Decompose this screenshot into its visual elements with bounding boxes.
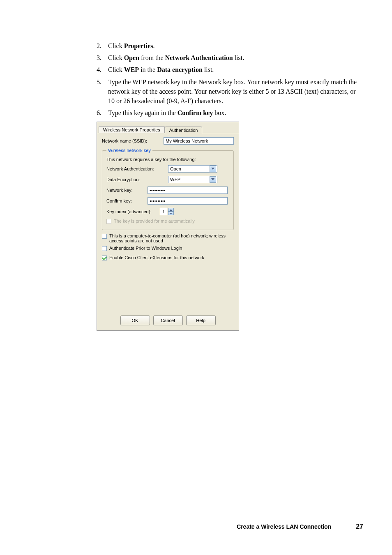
svg-marker-3	[170, 213, 172, 214]
auth-select-value: Open	[170, 166, 181, 171]
step-number: 4.	[97, 65, 101, 74]
ok-button[interactable]: OK	[120, 315, 150, 325]
cisco-checkbox[interactable]	[102, 256, 107, 260]
prior-login-label: Authenticate Prior to Windows Login	[109, 246, 182, 251]
dialog-tabbar: Wireless Network Properties Authenticati…	[97, 122, 239, 133]
step-number: 3.	[97, 53, 101, 62]
instruction-step: 2.Click Properties.	[97, 41, 363, 51]
step-number: 5.	[97, 77, 101, 87]
tab-authentication[interactable]: Authentication	[165, 127, 203, 134]
confirm-key-row: Confirm key:	[106, 197, 229, 205]
instruction-step: 4.Click WEP in the Data encryption list.	[97, 65, 363, 74]
step-bold-term: Network Authentication	[165, 54, 233, 61]
instruction-step: 6.Type this key again in the Confirm key…	[97, 108, 363, 117]
enc-row: Data Encryption: WEP	[106, 176, 229, 183]
adhoc-checkbox[interactable]	[102, 234, 107, 239]
ssid-input[interactable]	[164, 137, 234, 145]
network-key-row: Network key:	[106, 187, 229, 194]
group-note: This network requires a key for the foll…	[106, 157, 229, 162]
adhoc-row: This is a computer-to-computer (ad hoc) …	[102, 233, 234, 243]
help-button[interactable]: Help	[186, 315, 216, 325]
step-bold-term: Data encryption	[157, 66, 203, 73]
instruction-step: 5.Type the WEP network key in the Networ…	[97, 77, 363, 106]
tab-wireless-network-properties[interactable]: Wireless Network Properties	[99, 126, 165, 133]
key-index-spinner[interactable]: 1	[160, 208, 174, 215]
key-index-row: Key index (advanced): 1	[106, 208, 229, 215]
page-footer: Create a Wireless LAN Connection 27	[237, 523, 363, 530]
cancel-button[interactable]: Cancel	[153, 315, 183, 325]
confirm-key-input[interactable]	[148, 197, 228, 205]
key-index-value: 1	[160, 208, 167, 215]
step-number: 6.	[97, 108, 101, 117]
network-key-label: Network key:	[106, 188, 148, 193]
step-bold-term: Properties	[124, 42, 153, 49]
spinner-down-icon[interactable]	[168, 212, 174, 215]
svg-marker-2	[170, 209, 172, 211]
spinner-up-icon[interactable]	[168, 208, 174, 212]
wireless-key-group: Wireless network key This network requir…	[102, 148, 234, 230]
auto-key-checkbox	[106, 219, 111, 224]
auth-select[interactable]: Open	[168, 165, 217, 173]
key-index-label: Key index (advanced):	[106, 209, 160, 214]
dialog-footer: OK Cancel Help	[97, 311, 239, 330]
enc-select[interactable]: WEP	[168, 176, 217, 183]
footer-page-number: 27	[356, 523, 363, 530]
group-legend: Wireless network key	[106, 148, 152, 153]
chevron-down-icon	[210, 176, 216, 183]
chevron-down-icon	[210, 166, 216, 172]
enc-label: Data Encryption:	[106, 177, 168, 182]
cisco-row: Enable Cisco Client eXtensions for this …	[102, 255, 234, 260]
step-bold-term: Confirm key	[178, 109, 213, 116]
auth-label: Network Authentication:	[106, 166, 168, 171]
confirm-key-label: Confirm key:	[106, 198, 148, 203]
footer-title: Create a Wireless LAN Connection	[237, 523, 331, 530]
ssid-label: Network name (SSID):	[102, 138, 164, 143]
auto-key-label: The key is provided for me automatically	[114, 219, 195, 223]
auto-key-row: The key is provided for me automatically	[106, 219, 229, 224]
wireless-properties-dialog: Wireless Network Properties Authenticati…	[97, 122, 239, 331]
step-bold-term: WEP	[124, 66, 139, 73]
svg-marker-1	[211, 178, 214, 180]
adhoc-label: This is a computer-to-computer (ad hoc) …	[109, 233, 234, 243]
instruction-list: 2.Click Properties.3.Click Open from the…	[97, 41, 363, 117]
ssid-row: Network name (SSID):	[102, 137, 234, 145]
prior-login-row: Authenticate Prior to Windows Login	[102, 246, 234, 251]
enc-select-value: WEP	[170, 177, 180, 182]
network-key-input[interactable]	[148, 187, 228, 194]
svg-marker-0	[211, 168, 214, 170]
step-bold-term: Open	[124, 54, 139, 61]
instruction-step: 3.Click Open from the Network Authentica…	[97, 53, 363, 62]
prior-login-checkbox[interactable]	[102, 246, 107, 251]
cisco-label: Enable Cisco Client eXtensions for this …	[109, 255, 204, 260]
step-number: 2.	[97, 41, 101, 51]
auth-row: Network Authentication: Open	[106, 165, 229, 173]
